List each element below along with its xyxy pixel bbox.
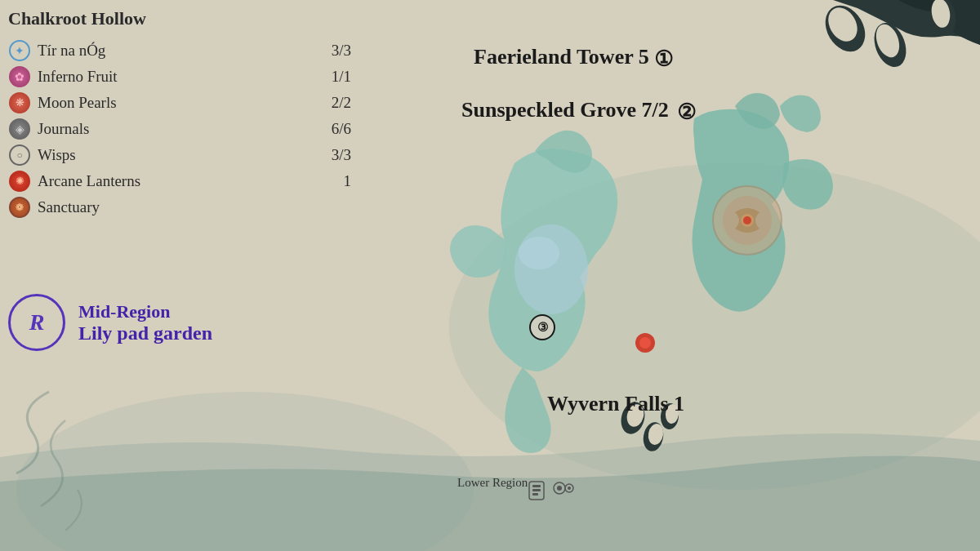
list-item: Sanctuary bbox=[8, 196, 351, 219]
lanterns-icon bbox=[8, 170, 31, 193]
item-count: 2/2 bbox=[318, 94, 351, 112]
marker-1-inline: ① bbox=[654, 47, 673, 71]
faerieland-label[interactable]: Faerieland Tower 5 ① bbox=[474, 45, 673, 72]
item-label: Moon Pearls bbox=[38, 94, 117, 112]
wisps-icon bbox=[8, 144, 31, 167]
lower-region-label: Lower Region bbox=[457, 476, 528, 490]
region-circle-symbol: R bbox=[29, 309, 45, 335]
list-item: Wisps 3/3 bbox=[8, 144, 351, 167]
item-count: 6/6 bbox=[318, 120, 351, 138]
region-text: Mid-Region Lily pad garden bbox=[78, 301, 212, 344]
tir-icon bbox=[8, 39, 31, 62]
mid-region-box[interactable]: R Mid-Region Lily pad garden bbox=[8, 294, 212, 351]
wyvern-label[interactable]: Wyvern Falls 1 bbox=[547, 392, 684, 416]
inferno-icon bbox=[8, 65, 31, 88]
sanctuary-icon bbox=[8, 196, 31, 219]
item-count: 1 bbox=[318, 172, 351, 190]
item-label: Wisps bbox=[38, 146, 76, 164]
item-count: 1/1 bbox=[318, 68, 351, 86]
region-title: Chalkroot Hollow bbox=[8, 8, 351, 29]
list-item: Arcane Lanterns 1 bbox=[8, 170, 351, 193]
sunspeckled-label[interactable]: Sunspeckled Grove 7/2 ② bbox=[461, 98, 696, 125]
marker-2-inline: ② bbox=[677, 100, 696, 124]
region-circle-icon: R bbox=[8, 294, 65, 351]
moon-icon bbox=[8, 91, 31, 114]
journals-icon bbox=[8, 118, 31, 140]
region-label: Mid-Region bbox=[78, 301, 212, 322]
item-label: Journals bbox=[38, 120, 89, 138]
collectible-list: Tír na nÓg 3/3 Inferno Fruit 1/1 Moon Pe… bbox=[8, 39, 351, 219]
item-count: 3/3 bbox=[318, 42, 351, 60]
list-item: Journals 6/6 bbox=[8, 118, 351, 140]
list-item: Moon Pearls 2/2 bbox=[8, 91, 351, 114]
list-item: Tír na nÓg 3/3 bbox=[8, 39, 351, 62]
region-sublabel: Lily pad garden bbox=[78, 322, 212, 344]
left-panel: Chalkroot Hollow Tír na nÓg 3/3 Inferno … bbox=[8, 8, 351, 219]
lower-region-text: Lower Region bbox=[457, 476, 528, 490]
map-marker-3[interactable]: ③ bbox=[529, 314, 555, 340]
item-label: Sanctuary bbox=[38, 198, 100, 216]
map-area: Faerieland Tower 5 ① Sunspeckled Grove 7… bbox=[343, 0, 980, 551]
item-label: Inferno Fruit bbox=[38, 68, 118, 86]
item-label: Tír na nÓg bbox=[38, 42, 105, 60]
list-item: Inferno Fruit 1/1 bbox=[8, 65, 351, 88]
item-label: Arcane Lanterns bbox=[38, 172, 140, 190]
item-count: 3/3 bbox=[318, 146, 351, 164]
